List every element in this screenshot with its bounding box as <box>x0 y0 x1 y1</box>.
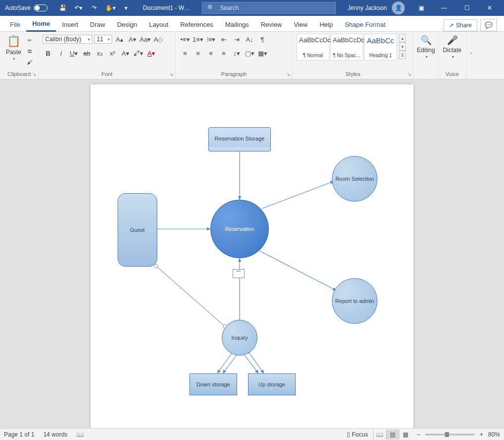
view-web-icon[interactable]: ▦ <box>399 430 412 440</box>
selection-handle-icon[interactable] <box>223 324 227 328</box>
avatar-icon[interactable]: 👤 <box>392 1 405 14</box>
tab-review[interactable]: Review <box>255 18 288 31</box>
ribbon-display-icon[interactable]: ▣ <box>410 0 433 16</box>
page[interactable]: Reservation Storage Reservation Guest Ro… <box>91 84 413 428</box>
tab-help[interactable]: Help <box>314 18 339 31</box>
clear-formatting-icon[interactable]: A◇ <box>153 34 164 45</box>
tab-references[interactable]: References <box>174 18 219 31</box>
sort-icon[interactable]: A↓ <box>244 34 255 45</box>
chevron-down-icon: ▾ <box>452 55 454 59</box>
cut-icon[interactable]: ✂ <box>25 36 34 45</box>
launcher-icon[interactable]: ↘ <box>286 72 290 77</box>
bullets-icon[interactable]: •≡▾ <box>180 34 190 45</box>
change-case-icon[interactable]: Aa▾ <box>140 34 151 45</box>
zoom-slider[interactable] <box>425 434 475 436</box>
styles-down-icon[interactable]: ▾ <box>399 42 406 51</box>
subscript-icon[interactable]: x₂ <box>94 48 105 59</box>
styles-up-icon[interactable]: ▴ <box>399 34 406 42</box>
selection-handle-icon[interactable] <box>154 264 158 268</box>
shape-report-to-admin[interactable]: Report to admin <box>332 278 378 324</box>
zoom-out-icon[interactable]: − <box>417 431 420 438</box>
close-icon[interactable]: ✕ <box>478 0 501 16</box>
view-print-icon[interactable]: ▤ <box>386 430 399 440</box>
qat-customize-icon[interactable]: ▾ <box>120 2 132 14</box>
borders-icon[interactable]: ▦▾ <box>257 48 268 59</box>
multilevel-icon[interactable]: ⁝≡▾ <box>205 34 216 45</box>
superscript-icon[interactable]: x² <box>107 48 118 59</box>
tab-layout[interactable]: Layout <box>143 18 174 31</box>
editing-button[interactable]: 🔍 Editing ▾ <box>418 34 434 60</box>
align-center-icon[interactable]: ≡ <box>192 48 203 59</box>
style-heading-1[interactable]: AaBbCc Heading 1 <box>364 34 397 61</box>
view-read-icon[interactable]: 📖 <box>373 430 386 440</box>
undo-icon[interactable]: ↶▾ <box>72 2 84 14</box>
style-normal[interactable]: AaBbCcDc ¶ Normal <box>297 34 329 61</box>
zoom-level[interactable]: 80% <box>488 431 500 438</box>
status-bar: Page 1 of 1 14 words 📖 ▯ Focus 📖 ▤ ▦ − +… <box>0 428 504 440</box>
shrink-font-icon[interactable]: A▾ <box>127 34 138 45</box>
svg-line-8 <box>245 355 258 373</box>
anchor-icon[interactable]: ⌒ <box>233 269 245 278</box>
numbering-icon[interactable]: 1≡▾ <box>192 34 203 45</box>
shading-icon[interactable]: ▢▾ <box>244 48 255 59</box>
font-size-combo[interactable]: 11▾ <box>94 35 112 44</box>
align-left-icon[interactable]: ≡ <box>180 48 190 59</box>
touch-mode-icon[interactable]: ✋▾ <box>104 2 116 14</box>
autosave-toggle[interactable]: AutoSave <box>0 4 53 11</box>
text-effects-icon[interactable]: A▾ <box>120 48 131 59</box>
group-label-voice: Voice <box>442 70 462 77</box>
collapse-ribbon-icon[interactable]: ˇ <box>466 32 476 79</box>
shape-up-storage[interactable]: Up storage <box>248 373 296 395</box>
save-icon[interactable]: 💾 <box>57 2 68 14</box>
shape-reservation-storage[interactable]: Reservation Storage <box>208 127 271 150</box>
styles-more-icon[interactable]: ⊻ <box>399 51 406 59</box>
italic-icon[interactable]: I <box>56 48 66 59</box>
align-right-icon[interactable]: ≡ <box>205 48 216 59</box>
strikethrough-icon[interactable]: ab <box>81 48 92 59</box>
show-marks-icon[interactable]: ¶ <box>257 34 268 45</box>
tab-design[interactable]: Design <box>111 18 143 31</box>
zoom-in-icon[interactable]: + <box>480 431 483 438</box>
launcher-icon[interactable]: ↘ <box>32 72 36 77</box>
status-words[interactable]: 14 words <box>43 431 67 438</box>
redo-icon[interactable]: ↷ <box>88 2 100 14</box>
increase-indent-icon[interactable]: ⇥ <box>231 34 242 45</box>
font-name-combo[interactable]: Calibri (Body)▾ <box>43 35 92 44</box>
comments-button[interactable]: 💬 <box>480 19 497 31</box>
underline-icon[interactable]: U▾ <box>68 48 79 59</box>
tab-file[interactable]: File <box>4 18 26 31</box>
decrease-indent-icon[interactable]: ⇤ <box>218 34 229 45</box>
tab-insert[interactable]: Insert <box>56 18 84 31</box>
tab-view[interactable]: View <box>288 18 314 31</box>
tab-draw[interactable]: Draw <box>84 18 111 31</box>
launcher-icon[interactable]: ↘ <box>407 72 411 77</box>
share-button[interactable]: ↗ Share <box>443 19 477 31</box>
dictate-button[interactable]: 🎤 Dictate ▾ <box>442 34 462 60</box>
tab-shape-format[interactable]: Shape Format <box>339 18 391 31</box>
status-proofing-icon[interactable]: 📖 <box>76 431 84 438</box>
maximize-icon[interactable]: ☐ <box>455 0 478 16</box>
style-no-spacing[interactable]: AaBbCcDc ¶ No Spac… <box>330 34 363 61</box>
highlight-icon[interactable]: 🖍▾ <box>133 48 144 59</box>
status-page[interactable]: Page 1 of 1 <box>4 431 34 438</box>
shape-room-selection[interactable]: Room Selection <box>332 156 378 202</box>
focus-button[interactable]: ▯ Focus <box>347 431 368 438</box>
copy-icon[interactable]: ⧉ <box>25 47 34 56</box>
shape-guest[interactable]: Guest <box>118 193 157 267</box>
minimize-icon[interactable]: ― <box>433 0 455 16</box>
search-box[interactable]: 🔍 Search <box>202 2 336 14</box>
shape-down-storage[interactable]: Down storage <box>189 373 237 395</box>
toggle-switch-icon <box>34 4 48 11</box>
tab-home[interactable]: Home <box>26 17 56 32</box>
line-spacing-icon[interactable]: ↕▾ <box>231 48 242 59</box>
bold-icon[interactable]: B <box>43 48 54 59</box>
shape-reservation[interactable]: Reservation <box>210 200 269 258</box>
justify-icon[interactable]: ≡ <box>218 48 229 59</box>
launcher-icon[interactable]: ↘ <box>169 72 173 77</box>
grow-font-icon[interactable]: A▴ <box>114 34 125 45</box>
format-painter-icon[interactable]: 🖌 <box>25 58 34 67</box>
paste-button[interactable]: 📋 Paste ▾ <box>4 34 23 67</box>
tab-mailings[interactable]: Mailings <box>219 18 255 31</box>
font-color-icon[interactable]: A▾ <box>146 48 157 59</box>
shape-inquiry[interactable]: Inquiry <box>222 320 257 356</box>
